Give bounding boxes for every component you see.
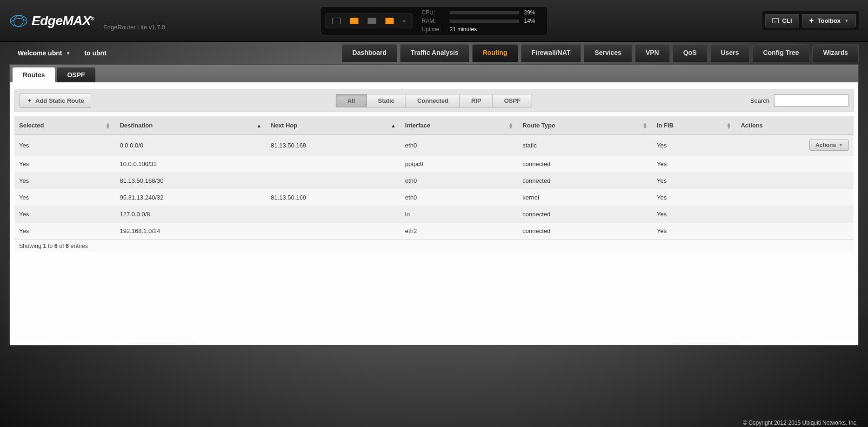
nav-row: Welcome ubnt ▼ to ubnt DashboardTraffic … [0,42,868,64]
col-actions: Actions [736,116,854,135]
table-cell: Yes [14,135,115,156]
table-row: Yes192.168.1.0/24eth2connectedYes [14,223,854,240]
tab-qos[interactable]: QoS [673,44,708,62]
col-interface[interactable]: Interface▲▼ [401,116,518,135]
filter-static[interactable]: Static [366,94,406,107]
welcome-user-menu[interactable]: Welcome ubnt ▼ [18,49,70,57]
col-selected[interactable]: Selected▲▼ [14,116,115,135]
table-cell: kernel [518,189,652,206]
wrench-icon: ✦ [809,17,814,24]
table-cell-actions [736,223,854,240]
tab-dashboard[interactable]: Dashboard [342,44,397,62]
filter-connected[interactable]: Connected [406,94,460,107]
welcome-text: Welcome ubnt [18,49,62,57]
table-row: Yes127.0.0.0/8loconnectedYes [14,206,854,223]
search-input[interactable] [774,94,848,107]
cli-button[interactable]: ＞ CLI [765,14,799,27]
table-cell: pptpc0 [401,156,518,173]
table-cell: 81.13.50.168/30 [115,173,266,189]
tab-routing[interactable]: Routing [472,44,518,62]
table-cell: 192.168.1.0/24 [115,223,266,240]
console-port-icon [333,18,341,24]
table-cell [266,173,401,189]
sub-tabs: RoutesOSPF [10,65,858,82]
tab-config-tree[interactable]: Config Tree [752,44,809,62]
add-route-label: Add Static Route [35,97,84,104]
table-cell: eth0 [401,135,518,156]
table-cell: connected [518,206,652,223]
chevron-down-icon: ▼ [66,51,70,56]
subtab-routes[interactable]: Routes [13,67,55,82]
table-cell: Yes [14,206,115,223]
subtab-ospf[interactable]: OSPF [57,67,95,82]
tab-firewall-nat[interactable]: Firewall/NAT [521,44,581,62]
table-cell [266,156,401,173]
table-cell: Yes [14,156,115,173]
terminal-icon: ＞ [772,18,779,23]
col-infib[interactable]: in FIB▲▼ [652,116,736,135]
uptime-value: 21 minutes [450,26,477,33]
table-cell: 127.0.0.0/8 [115,206,266,223]
table-cell-actions: Actions▼ [736,135,854,156]
table-cell: eth0 [401,173,518,189]
brand-logo: EdgeMAX® [9,12,94,30]
table-cell-actions [736,206,854,223]
routes-toolbar: ＋ Add Static Route AllStaticConnectedRIP… [14,89,854,112]
tab-vpn[interactable]: VPN [635,44,670,62]
ram-value: 14% [524,18,543,24]
status-dot-icon [403,20,406,22]
copyright-footer: © Copyright 2012-2015 Ubiquiti Networks,… [743,420,858,426]
table-cell: Yes [14,173,115,189]
table-cell-actions [736,156,854,173]
table-cell: Yes [652,156,736,173]
cli-label: CLI [782,17,792,24]
table-cell-actions [736,173,854,189]
tab-traffic-analysis[interactable]: Traffic Analysis [400,44,469,62]
row-actions-button[interactable]: Actions▼ [809,140,849,151]
table-row: Yes10.0.0.100/32pptpc0connectedYes [14,156,854,173]
tab-users[interactable]: Users [710,44,750,62]
filter-rip[interactable]: RIP [460,94,493,107]
welcome-to: to ubnt [84,49,106,57]
table-cell [266,206,401,223]
system-stats: CPU: 29% RAM: 14% Uptime: 21 minutes [422,8,543,33]
table-cell: 10.0.0.100/32 [115,156,266,173]
content-panel: RoutesOSPF ＋ Add Static Route AllStaticC… [9,64,859,346]
table-row: Yes0.0.0.0/081.13.50.169eth0staticYesAct… [14,135,854,156]
ram-bar [450,20,520,23]
table-cell: connected [518,223,652,240]
cpu-bar [450,11,520,14]
table-cell: 0.0.0.0/0 [115,135,266,156]
table-cell: connected [518,173,652,189]
table-cell [266,223,401,240]
table-row: Yes95.31.13.240/3281.13.50.169eth0kernel… [14,189,854,206]
brand-name: EdgeMAX® [32,13,94,28]
tab-wizards[interactable]: Wizards [812,44,859,62]
cpu-label: CPU: [422,9,445,16]
toolbox-button[interactable]: ✦ Toolbox ▼ [802,14,856,27]
table-cell: 81.13.50.169 [266,189,401,206]
col-routetype[interactable]: Route Type▲▼ [518,116,652,135]
table-cell: Yes [652,189,736,206]
table-cell: connected [518,156,652,173]
table-cell: static [518,135,652,156]
tab-services[interactable]: Services [584,44,632,62]
col-destination[interactable]: Destination▲ [115,116,266,135]
table-cell: Yes [652,135,736,156]
filter-ospf[interactable]: OSPF [493,94,532,107]
cpu-value: 29% [524,9,543,16]
uptime-label: Uptime: [422,26,445,33]
table-cell: Yes [652,206,736,223]
table-cell: eth2 [401,223,518,240]
app-header: EdgeMAX® EdgeRouter Lite v1.7.0 CPU: 29%… [0,0,868,42]
header-actions: ＞ CLI ✦ Toolbox ▼ [762,11,859,30]
product-subtitle: EdgeRouter Lite v1.7.0 [103,24,165,31]
port-status-box [326,13,413,28]
table-cell: lo [401,206,518,223]
plus-icon: ＋ [27,96,33,105]
col-nexthop[interactable]: Next Hop▲ [266,116,401,135]
table-cell: 95.31.13.240/32 [115,189,266,206]
add-static-route-button[interactable]: ＋ Add Static Route [20,93,91,108]
filter-all[interactable]: All [336,94,367,107]
table-cell: Yes [652,173,736,189]
